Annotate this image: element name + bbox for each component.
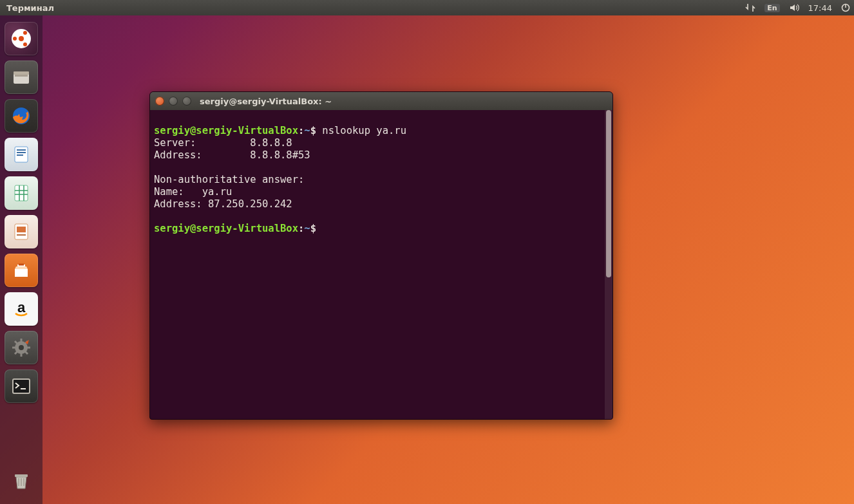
unity-launcher: a [0, 15, 43, 504]
network-indicator[interactable] [745, 3, 755, 12]
launcher-firefox[interactable] [5, 99, 38, 133]
terminal-output-line: Address: 8.8.8.8#53 [154, 149, 310, 161]
svg-point-2 [19, 36, 24, 41]
prompt-user: sergiy@sergiy-VirtualBox [154, 223, 298, 234]
window-close-button[interactable] [155, 97, 164, 106]
launcher-terminal[interactable] [5, 369, 38, 403]
prompt-dollar: $ [310, 125, 316, 136]
svg-rect-21 [13, 379, 30, 393]
prompt-sep: : [298, 125, 304, 136]
window-minimize-button[interactable] [169, 97, 178, 106]
top-menu-bar: Терминал En 17:44 [0, 0, 854, 15]
terminal-scrollbar-thumb[interactable] [606, 110, 611, 277]
terminal-window: sergiy@sergiy-VirtualBox: ~ sergiy@sergi… [149, 91, 613, 420]
svg-rect-13 [17, 154, 23, 156]
svg-point-20 [19, 345, 24, 350]
svg-rect-12 [17, 152, 26, 153]
svg-point-5 [23, 42, 27, 46]
window-maximize-button[interactable] [182, 97, 191, 106]
launcher-writer[interactable] [5, 138, 38, 171]
terminal-window-title: sergiy@sergiy-VirtualBox: ~ [200, 97, 332, 106]
terminal-output-line: Server: 8.8.8.8 [154, 137, 292, 149]
svg-point-4 [23, 31, 27, 35]
terminal-scrollbar[interactable] [605, 110, 612, 419]
svg-rect-7 [15, 75, 28, 77]
launcher-impress[interactable] [5, 215, 38, 248]
keyboard-layout-indicator[interactable]: En [764, 4, 779, 12]
prompt-user: sergiy@sergiy-VirtualBox [154, 125, 298, 136]
sound-indicator[interactable] [789, 3, 799, 12]
launcher-settings[interactable] [5, 331, 38, 364]
prompt-path: ~ [304, 125, 310, 136]
clock[interactable]: 17:44 [808, 3, 832, 13]
svg-rect-22 [15, 474, 28, 477]
svg-rect-16 [17, 227, 26, 232]
prompt-dollar: $ [310, 223, 316, 234]
terminal-output-line: Non-authoritative answer: [154, 174, 304, 185]
terminal-titlebar[interactable]: sergiy@sergiy-VirtualBox: ~ [150, 92, 612, 110]
terminal-command: nslookup ya.ru [322, 125, 406, 136]
launcher-trash[interactable] [5, 464, 38, 498]
svg-text:a: a [17, 299, 26, 315]
svg-rect-8 [14, 71, 29, 75]
svg-rect-11 [17, 149, 26, 151]
active-app-title: Терминал [6, 3, 54, 13]
launcher-calc[interactable] [5, 176, 38, 210]
svg-rect-14 [15, 185, 28, 201]
svg-point-3 [13, 37, 17, 41]
svg-rect-17 [17, 234, 26, 236]
terminal-output-line: Name: ya.ru [154, 186, 232, 198]
prompt-path: ~ [304, 223, 310, 234]
terminal-body[interactable]: sergiy@sergiy-VirtualBox:~$ nslookup ya.… [150, 110, 612, 419]
launcher-dash[interactable] [5, 22, 38, 55]
terminal-output-line: Address: 87.250.250.242 [154, 198, 292, 210]
launcher-amazon[interactable]: a [5, 292, 38, 326]
launcher-files[interactable] [5, 61, 38, 94]
session-indicator[interactable] [841, 3, 850, 12]
launcher-software[interactable] [5, 254, 38, 287]
prompt-sep: : [298, 223, 304, 234]
